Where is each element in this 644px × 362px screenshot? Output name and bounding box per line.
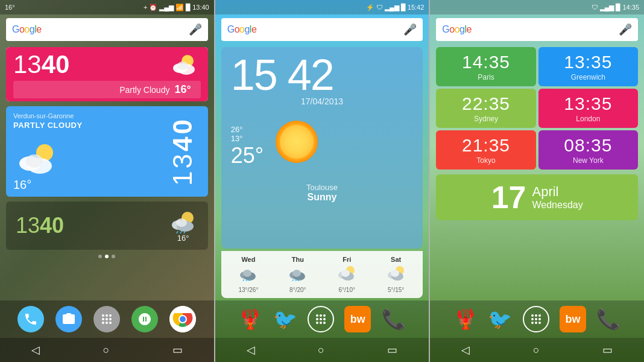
p1-recents-btn[interactable]: ▭ [172,343,183,357]
forecast-wed: Wed 13°/26° [238,256,258,293]
p1-search-bar[interactable]: Google 🎤 [6,18,208,41]
panel-2: ⚡ 🛡 ▂▄▆ ▉ 15:42 Google 🎤 15 42 17/04/201… [215,0,429,362]
p1-weather-widget: Verdun-sur-Garonne PARTLY CLOUDY 16° 134… [6,106,208,197]
p2-back-btn[interactable]: ◁ [247,343,255,357]
p2-battery-icon: ▉ [401,4,406,11]
p3-dock-bird[interactable]: 🐦 [488,308,512,331]
p3-month: April [532,184,583,200]
p3-mic-icon[interactable]: 🎤 [619,23,632,36]
p1-time-vertical: 1340 [160,106,208,197]
p2-search-bar[interactable]: Google 🎤 [221,18,423,41]
sydney-time: 22:35 [462,94,510,113]
p3-google-logo: Google [442,24,472,35]
p2-nav-bar: ◁ ○ ▭ [215,338,429,362]
battery-icon: ▉ [186,4,191,11]
svg-point-18 [102,318,104,320]
svg-point-20 [109,318,112,320]
p1-status-bar: 16° + ⏰ ▂▄▆ 📶 ▉ 13:40 [0,0,214,14]
svg-point-67 [538,322,541,324]
dock-chrome-icon[interactable] [169,306,196,332]
weather-cloud-sun-icon [13,139,62,176]
p3-status-time: 14:35 [622,4,639,11]
google-logo: Google [12,24,42,35]
p1-condition: PARTLY CLOUDY [13,121,153,130]
dock-apps-icon[interactable] [93,306,120,332]
svg-point-32 [243,270,251,277]
p1-small-hour: 13 [16,213,40,238]
p3-dock-bw[interactable]: bw [560,306,586,332]
forecast-thu: Thu 8°/20° [288,256,308,293]
p2-minute: 42 [288,51,333,99]
small-weather-icon [168,209,198,233]
p3-dock-octopus[interactable]: 🦞 [453,308,478,331]
dock-hangouts-icon[interactable] [131,306,158,332]
clock-tile-tokyo: 21:35 Tokyo [436,130,535,170]
p3-recents-btn[interactable]: ▭ [602,343,613,357]
p2-time-area: 15 42 17/04/2013 [221,47,423,106]
clock-tile-paris: 14:35 Paris [436,47,535,86]
p2-home-btn[interactable]: ○ [318,344,324,357]
p2-status-bar: ⚡ 🛡 ▂▄▆ ▉ 15:42 [215,0,429,14]
p1-clock-widget: 1340 Partly Cloudy 16° [6,47,208,101]
svg-point-45 [341,270,350,277]
panel-1: 16° + ⏰ ▂▄▆ 📶 ▉ 13:40 Google 🎤 1340 [0,0,214,362]
p1-small-minute: 40 [40,213,64,238]
p1-clock-top: 1340 [6,47,208,80]
svg-point-38 [292,270,301,277]
wifi-icon: 📶 [175,4,184,11]
signal-icon: ▂▄▆ [159,4,174,11]
greenwich-time: 13:35 [564,52,612,72]
p3-shield-icon: 🛡 [592,4,598,11]
forecast-thu-icon [288,264,308,285]
mic-icon[interactable]: 🎤 [189,23,202,36]
p3-dock-apps[interactable] [523,306,549,332]
clock-tile-greenwich: 13:35 Greenwich [538,47,638,86]
newyork-city: New York [573,156,604,165]
svg-point-55 [323,318,326,320]
tokyo-city: Tokyo [476,156,495,165]
svg-point-54 [320,318,322,320]
p2-status-icons: ⚡ 🛡 ▂▄▆ ▉ 15:42 [366,4,424,11]
dot-1 [98,255,102,258]
svg-point-50 [316,314,318,317]
p2-bluetooth-icon: ⚡ [366,4,374,11]
p2-dock-phone[interactable]: 📞 [382,308,406,331]
p3-back-btn[interactable]: ◁ [461,343,470,357]
dock-phone-icon[interactable] [17,306,44,332]
p1-back-btn[interactable]: ◁ [31,343,40,357]
svg-point-15 [102,314,104,317]
p2-recents-btn[interactable]: ▭ [387,343,397,357]
p2-dock-bw[interactable]: bw [344,306,371,332]
p1-status-temp: 16° [5,4,15,11]
svg-point-57 [320,322,322,324]
p2-condition-label: Sunny [221,192,423,203]
p2-mic-icon[interactable]: 🎤 [403,23,417,36]
svg-point-17 [109,314,112,317]
p1-clock-time: 1340 [13,52,69,77]
p2-dock-octopus[interactable]: 🦞 [238,308,262,331]
p1-condition-text: Partly Cloudy [119,85,169,95]
p3-dock-phone[interactable]: 📞 [596,308,620,331]
p3-home-btn[interactable]: ○ [533,344,540,357]
svg-point-65 [531,322,534,324]
p3-clocks-grid: 14:35 Paris 13:35 Greenwich 22:35 Sydney… [436,47,638,170]
bluetooth-icon: + [144,4,147,11]
p2-dock-apps[interactable] [308,306,334,332]
p3-search-bar[interactable]: Google 🎤 [436,18,638,41]
dock-camera-icon[interactable] [55,306,82,332]
p1-widget-temp: 16° [13,178,31,192]
p2-dock-bird[interactable]: 🐦 [273,308,297,331]
p1-small-time: 1340 [16,213,64,238]
p3-day-num: 17 [491,182,526,213]
svg-point-61 [538,314,541,317]
p1-home-btn[interactable]: ○ [103,344,109,357]
svg-point-62 [531,318,534,320]
p1-status-time: 13:40 [192,4,209,11]
p1-dock [0,300,214,338]
p2-shield-icon: 🛡 [376,4,383,11]
svg-point-56 [316,322,318,324]
p3-dock: 🦞 🐦 bw 📞 [430,300,644,338]
newyork-time: 08:35 [564,135,612,155]
p1-status-icons: + ⏰ ▂▄▆ 📶 ▉ 13:40 [144,4,209,11]
london-city: London [576,115,600,123]
